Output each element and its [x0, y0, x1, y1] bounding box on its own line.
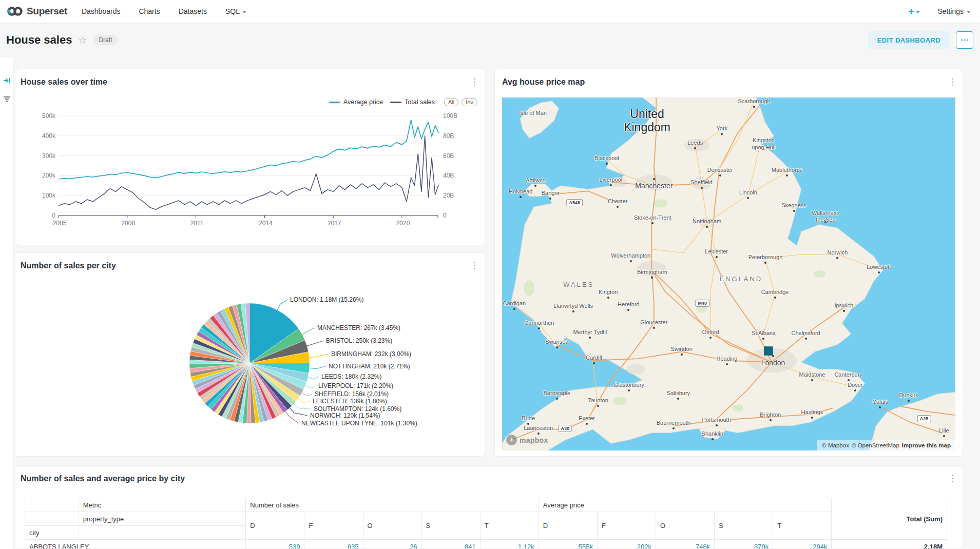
legend-swatch [390, 102, 401, 103]
map-city-dot [753, 106, 755, 108]
y-right-tick: 40B [443, 172, 454, 179]
filter-icon-button[interactable] [0, 91, 13, 107]
pie-label: LONDON: 1.18M (15.26%) [290, 296, 363, 303]
map-label-canterbury: Canterbury [834, 372, 862, 379]
dashboard-more-button[interactable]: ⋯ [956, 31, 973, 49]
map-city-dot [534, 185, 536, 187]
chart-card-price-map: Avg house price map ⋮ United KingdomENGL… [494, 69, 963, 457]
map-city-dot [770, 419, 772, 421]
map-city-dot [843, 310, 845, 312]
pivot-value-cell: 841 [421, 540, 480, 549]
pivot-row-city: ABBOTS LANGLEY [25, 540, 246, 549]
map-label-exeter: Exeter [579, 415, 595, 422]
pivot-total-header: Total (Sum) [832, 498, 947, 540]
series-total-sales [59, 136, 438, 210]
y-left-tick: 0 [52, 212, 55, 219]
map-label-stoke-on-trent: Stoke-on-Trent [634, 214, 671, 222]
map-label-portsmouth: Portsmouth [702, 417, 731, 424]
map-label-lowestoft: Lowestoft [867, 264, 891, 271]
pie-label: SOUTHAMPTON: 124k (1.60%) [314, 405, 401, 413]
brand-name: Superset [27, 6, 67, 17]
x-axis-tick: 2008 [121, 220, 135, 227]
x-axis-tick: 2005 [53, 220, 67, 227]
map-city-dot [747, 197, 749, 199]
pivot-city-header: city [25, 526, 79, 540]
map-price-marker[interactable] [764, 346, 773, 355]
pivot-subcolumn-header: F [304, 512, 363, 540]
chart-menu-kebab-icon[interactable]: ⋮ [947, 76, 957, 87]
pivot-subcolumn-header: S [715, 512, 773, 540]
chart-menu-kebab-icon[interactable]: ⋮ [947, 473, 957, 484]
zoom-all-button[interactable]: All [444, 98, 458, 106]
pie-chart-canvas[interactable]: LONDON: 1.18M (15.26%)MANCHESTER: 267k (… [15, 253, 485, 457]
map-city-dot [586, 423, 588, 425]
line-chart-canvas[interactable]: 00100k20B200k40B300k60B400k80B500k100B20… [15, 69, 485, 245]
map-label-barnstaple: Barnstaple [544, 390, 571, 397]
pivot-subcolumn-header: D [246, 512, 304, 540]
pivot-header-cell [79, 526, 246, 540]
map-city-dot [572, 310, 574, 312]
road-badge-a548: A548 [567, 199, 583, 206]
attribution-mapbox[interactable]: © Mapbox [822, 442, 849, 448]
map-city-dot [848, 379, 850, 381]
filter-funnel-icon [3, 95, 11, 103]
map-label-isle-of-man: Isle of Man [519, 110, 547, 117]
map-city-dot [878, 271, 880, 273]
pivot-subcolumn-header: D [539, 512, 597, 540]
edit-dashboard-button[interactable]: EDIT DASHBOARD [868, 31, 950, 49]
map-city-dot [628, 389, 630, 391]
pivot-value-cell: 294k [773, 540, 832, 549]
attribution-osm[interactable]: © OpenStreetMap [852, 442, 899, 448]
settings-menu[interactable]: Settings [937, 7, 971, 15]
y-left-tick: 400k [42, 132, 56, 140]
filter-bar-collapsed [0, 57, 13, 549]
map-city-dot [719, 174, 721, 177]
map-city-dot [607, 297, 609, 299]
map-city-dot [762, 338, 764, 340]
map-label-shanklin: Shanklin [702, 430, 723, 438]
map-city-dot [716, 256, 718, 258]
pivot-metric-group-header: Number of sales [246, 498, 539, 512]
map-city-dot [712, 438, 714, 440]
zoom-invert-button[interactable]: Inv [462, 98, 477, 106]
legend-average-price[interactable]: Average price [329, 99, 383, 106]
map-city-dot [716, 424, 718, 426]
nav-charts[interactable]: Charts [139, 7, 160, 15]
map-city-dot [672, 427, 675, 429]
expand-right-icon [3, 77, 11, 84]
map-city-dot [805, 338, 807, 340]
mapbox-logo[interactable]: ✶ mapbox [506, 435, 548, 445]
map-label-wales: WALES [563, 281, 594, 289]
expand-filter-bar-button[interactable] [0, 73, 13, 88]
y-left-tick: 200k [42, 172, 56, 179]
map-city-dot [943, 435, 945, 437]
legend-total-sales[interactable]: Total sales [390, 99, 435, 106]
chart-card-sales-per-city: Number of sales per city ⋮ LONDON: 1.18M… [15, 252, 485, 457]
map-label-st-albans: St Albans [752, 330, 775, 337]
map-city-dot [694, 147, 696, 149]
favorite-star-icon[interactable]: ☆ [78, 34, 87, 46]
nav-sql-menu[interactable]: SQL [225, 7, 246, 15]
map-city-dot [556, 398, 558, 400]
map-city-dot [593, 362, 595, 364]
map-label-dover: Dover [848, 382, 862, 389]
map-canvas[interactable]: United KingdomENGLANDWALESLondonManchest… [502, 97, 955, 450]
y-left-tick: 500k [42, 112, 56, 120]
map-label-skegness: Skegness [781, 202, 806, 209]
map-label-merthyr-tydfil: Merthyr Tydfil [573, 329, 607, 336]
map-label-lille: Lille [939, 427, 949, 435]
superset-infinity-icon [7, 6, 23, 16]
new-item-button[interactable]: + [908, 6, 920, 17]
nav-dashboards[interactable]: Dashboards [82, 7, 121, 15]
map-city-dot [617, 206, 619, 208]
map-label-cardigan: Cardigan [503, 301, 526, 308]
y-left-tick: 100k [42, 192, 56, 199]
improve-map-link[interactable]: Improve this map [902, 442, 951, 448]
draft-badge: Draft [93, 35, 118, 45]
nav-datasets[interactable]: Datasets [179, 7, 207, 15]
pie-label: LEEDS: 180k (2.32%) [321, 373, 381, 380]
map-city-dot [793, 210, 795, 212]
superset-logo[interactable]: Superset [7, 6, 67, 17]
pivot-subcolumn-header: T [773, 512, 832, 540]
map-label-carmarthen: Carmarthen [524, 320, 554, 327]
